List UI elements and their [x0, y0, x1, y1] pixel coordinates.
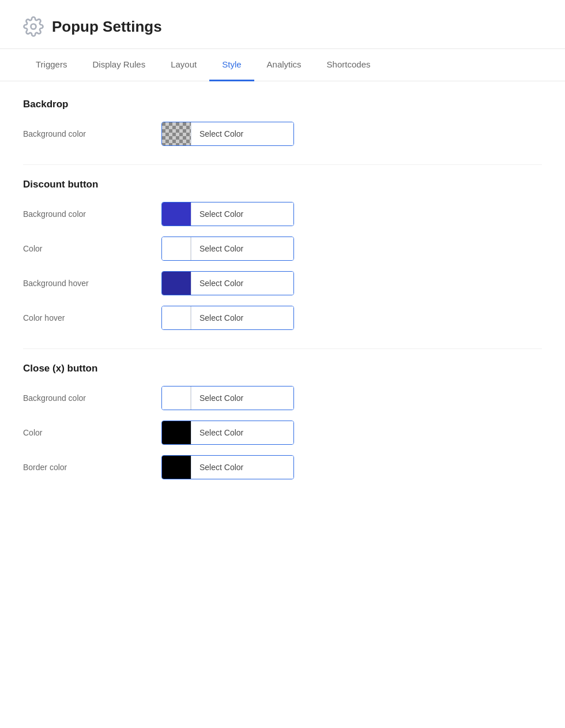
label-backdrop-bg: Background color: [23, 129, 161, 138]
label-close-border: Border color: [23, 463, 161, 472]
color-label-close-border: Select Color: [191, 456, 293, 479]
tab-shortcodes[interactable]: Shortcodes: [314, 49, 383, 81]
color-swatch-discount-hover-color: [162, 306, 191, 329]
color-picker-discount-color[interactable]: Select Color: [161, 237, 294, 261]
field-backdrop-bg: Background color Select Color: [23, 122, 542, 146]
field-discount-hover-color: Color hover Select Color: [23, 306, 542, 330]
page-header: Popup Settings: [0, 0, 565, 49]
field-close-bg: Background color Select Color: [23, 386, 542, 410]
color-swatch-close-bg: [162, 386, 191, 410]
field-discount-bg: Background color Select Color: [23, 202, 542, 226]
field-discount-hover-bg: Background hover Select Color: [23, 271, 542, 295]
tab-bar: Triggers Display Rules Layout Style Anal…: [0, 49, 565, 81]
color-label-close-color: Select Color: [191, 421, 293, 444]
field-close-border: Border color Select Color: [23, 455, 542, 479]
color-picker-backdrop-bg[interactable]: Select Color: [161, 122, 294, 146]
section-title-backdrop: Backdrop: [23, 99, 542, 110]
section-title-discount: Discount button: [23, 179, 542, 190]
label-discount-hover-bg: Background hover: [23, 279, 161, 288]
section-title-close: Close (x) button: [23, 363, 542, 374]
color-swatch-discount-color: [162, 237, 191, 260]
color-picker-close-border[interactable]: Select Color: [161, 455, 294, 479]
color-label-discount-hover-bg: Select Color: [191, 272, 293, 295]
field-discount-color: Color Select Color: [23, 237, 542, 261]
label-discount-hover-color: Color hover: [23, 313, 161, 322]
color-swatch-backdrop-bg: [162, 122, 191, 145]
section-backdrop: Backdrop Background color Select Color: [23, 99, 542, 146]
color-swatch-close-color: [162, 421, 191, 444]
gear-icon: [23, 16, 44, 37]
tab-display-rules[interactable]: Display Rules: [80, 49, 158, 81]
tab-triggers[interactable]: Triggers: [23, 49, 80, 81]
color-label-discount-color: Select Color: [191, 237, 293, 260]
tab-layout[interactable]: Layout: [158, 49, 209, 81]
divider-2: [23, 348, 542, 349]
label-discount-color: Color: [23, 244, 161, 253]
label-discount-bg: Background color: [23, 209, 161, 219]
page-title: Popup Settings: [52, 18, 162, 36]
section-close-button: Close (x) button Background color Select…: [23, 363, 542, 479]
color-label-close-bg: Select Color: [191, 386, 293, 410]
color-picker-discount-bg[interactable]: Select Color: [161, 202, 294, 226]
divider-1: [23, 164, 542, 165]
color-picker-discount-hover-bg[interactable]: Select Color: [161, 271, 294, 295]
color-swatch-discount-hover-bg: [162, 272, 191, 295]
label-close-color: Color: [23, 428, 161, 437]
svg-point-0: [31, 24, 36, 29]
color-picker-discount-hover-color[interactable]: Select Color: [161, 306, 294, 330]
tab-style[interactable]: Style: [209, 49, 254, 81]
label-close-bg: Background color: [23, 393, 161, 403]
color-swatch-close-border: [162, 456, 191, 479]
color-picker-close-color[interactable]: Select Color: [161, 421, 294, 445]
section-discount-button: Discount button Background color Select …: [23, 179, 542, 330]
content-area: Backdrop Background color Select Color D…: [0, 81, 565, 515]
color-picker-close-bg[interactable]: Select Color: [161, 386, 294, 410]
color-label-backdrop-bg: Select Color: [191, 122, 293, 145]
color-label-discount-bg: Select Color: [191, 202, 293, 226]
field-close-color: Color Select Color: [23, 421, 542, 445]
tab-analytics[interactable]: Analytics: [254, 49, 314, 81]
color-label-discount-hover-color: Select Color: [191, 306, 293, 329]
color-swatch-discount-bg: [162, 202, 191, 226]
